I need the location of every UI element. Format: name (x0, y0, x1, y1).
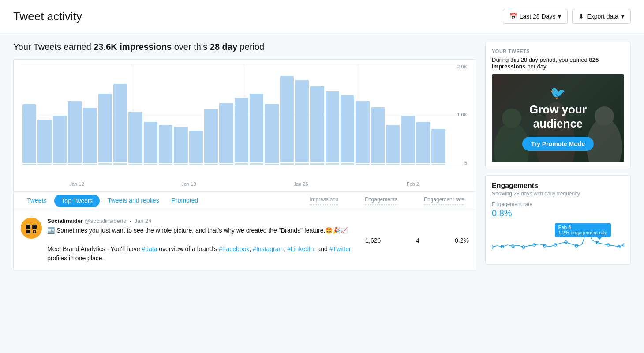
bar-container (144, 64, 157, 165)
promo-headline: Grow youraudience (522, 103, 594, 130)
tweet-username: Socialinsider (47, 218, 83, 224)
hashtag-linkedin[interactable]: #LinkedIn (287, 245, 314, 252)
main-content: Your Tweets earned 23.6K impressions ove… (0, 33, 644, 279)
bar-container (326, 64, 339, 165)
engagements-subtitle: Showing 28 days with daily frequency (492, 191, 624, 197)
promo-banner: 🐦 Grow youraudience Try Promote Mode (492, 74, 624, 162)
bar-impression (295, 80, 309, 162)
bar-impression (265, 104, 278, 163)
right-panel: YOUR TWEETS During this 28 day period, y… (485, 42, 631, 270)
bar-group (144, 64, 157, 165)
bar-impression (401, 116, 415, 163)
bar-group (280, 64, 294, 165)
bar-container (68, 64, 82, 165)
bar-container (159, 64, 172, 165)
svg-rect-1 (26, 225, 30, 229)
bar-impression (83, 108, 97, 164)
bar-impression (219, 103, 233, 163)
svg-point-0 (21, 218, 42, 239)
bar-container (219, 64, 233, 165)
bar-container (341, 64, 354, 165)
bar-container (189, 64, 203, 165)
bar-container (371, 64, 385, 165)
bar-impression (326, 91, 339, 162)
svg-point-5 (34, 231, 35, 233)
tweet-card: Socialinsider @socialinsiderio · Jan 24 … (13, 210, 476, 270)
left-panel: Your Tweets earned 23.6K impressions ove… (13, 42, 476, 270)
bar-impression (37, 120, 51, 163)
tab-columns: Impressions Engagements Engagement rate (310, 196, 469, 205)
bar-impression (128, 112, 142, 163)
engagements-title: Engagements (492, 182, 624, 190)
bar-container (22, 64, 36, 165)
bar-impression (371, 107, 385, 163)
tweet-date: Jan 24 (134, 218, 151, 224)
bar-container (204, 64, 218, 165)
bar-container (401, 64, 415, 165)
twitter-logo: 🐦 (522, 86, 594, 100)
bar-group (37, 64, 51, 165)
calendar-icon: 📅 (509, 13, 517, 20)
hashtag-twitter[interactable]: #Twitter (329, 245, 351, 252)
bar-container (386, 64, 400, 165)
tweet-stats: 1,626 4 0.2% (361, 218, 469, 263)
avatar (21, 218, 42, 239)
tab-top-tweets[interactable]: Top Tweets (54, 195, 100, 207)
tweet-text: 🆕 Sometimes you just want to see the who… (47, 226, 356, 263)
bar-group (113, 64, 127, 165)
col-engagement-rate[interactable]: Engagement rate (424, 196, 464, 205)
bar-group (326, 64, 339, 165)
tab-tweets[interactable]: Tweets (21, 192, 52, 210)
tweet-meta: Socialinsider @socialinsiderio · Jan 24 (47, 218, 356, 224)
promo-content: 🐦 Grow youraudience Try Promote Mode (522, 86, 594, 150)
download-icon: ⬇ (579, 13, 584, 20)
bar-container (280, 64, 294, 165)
your-tweets-title: YOUR TWEETS (492, 49, 624, 54)
col-impressions[interactable]: Impressions (310, 196, 338, 205)
bar-impression (341, 95, 354, 162)
bar-group (371, 64, 385, 165)
bar-group (219, 64, 233, 165)
bar-group (295, 64, 309, 165)
tab-tweets-and-replies[interactable]: Tweets and replies (101, 192, 165, 210)
svg-rect-3 (26, 230, 30, 233)
export-button[interactable]: ⬇ Export data ▾ (572, 9, 631, 24)
bar-impression (431, 129, 445, 163)
bar-group (128, 64, 142, 165)
bar-group (386, 64, 400, 165)
hashtag-data[interactable]: #data (142, 245, 157, 252)
tweet-engagements: 4 (416, 237, 419, 244)
bar-container (37, 64, 51, 165)
header-actions: 📅 Last 28 Days ▾ ⬇ Export data ▾ (503, 9, 631, 24)
hashtag-facebook[interactable]: #Facebook (219, 245, 249, 252)
engagements-section: Engagements Showing 28 days with daily f… (485, 175, 631, 265)
bar-group (235, 64, 248, 165)
bar-container (295, 64, 309, 165)
page-header: Tweet activity 📅 Last 28 Days ▾ ⬇ Export… (0, 0, 644, 33)
engagement-rate-value: 0.8% (492, 208, 624, 218)
bar-container (53, 64, 67, 165)
page-title: Tweet activity (13, 10, 82, 23)
bar-group (174, 64, 187, 165)
bar-group (22, 64, 36, 165)
bar-container (431, 64, 445, 165)
engagement-rate-label: Engagement rate (492, 201, 624, 207)
bar-impression (310, 86, 324, 162)
try-promote-mode-button[interactable]: Try Promote Mode (522, 137, 594, 151)
chevron-down-icon: ▾ (558, 13, 561, 20)
bar-impression (204, 109, 218, 163)
chart-area: 2.0K 1.0K 5 (21, 64, 469, 179)
bar-group (401, 64, 415, 165)
bar-impression (386, 125, 400, 163)
bar-container (356, 64, 369, 165)
hashtag-instagram[interactable]: #Instagram (253, 245, 284, 252)
col-engagements[interactable]: Engagements (365, 196, 397, 205)
tab-promoted[interactable]: Promoted (165, 192, 205, 210)
bar-container (235, 64, 248, 165)
bar-impression (98, 94, 112, 162)
date-range-button[interactable]: 📅 Last 28 Days ▾ (503, 9, 568, 24)
summary-text: Your Tweets earned 23.6K impressions ove… (13, 42, 476, 52)
your-tweets-desc: During this 28 day period, you earned 82… (492, 56, 624, 70)
tweet-impressions: 1,626 (365, 237, 381, 244)
svg-rect-2 (32, 225, 37, 229)
